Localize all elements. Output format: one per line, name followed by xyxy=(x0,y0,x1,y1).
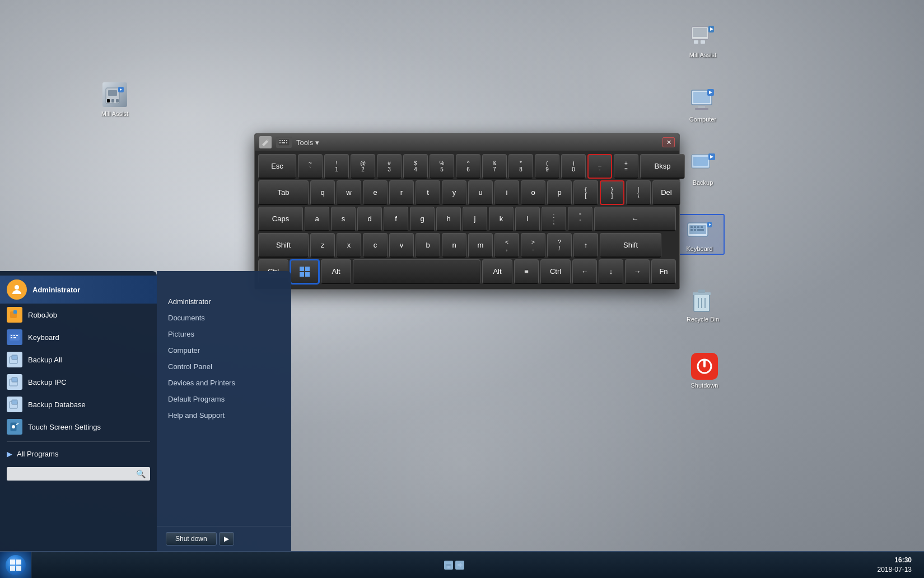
desktop-icon-computer[interactable]: Computer xyxy=(678,87,728,123)
key-8[interactable]: *8 xyxy=(508,154,533,179)
key-v[interactable]: v xyxy=(389,233,414,258)
key-fn[interactable]: Fn xyxy=(651,259,676,284)
key-r[interactable]: r xyxy=(389,180,414,205)
tray-icon-volume[interactable] xyxy=(455,561,464,570)
key-left[interactable]: ← xyxy=(572,259,597,284)
key-delete[interactable]: Del xyxy=(652,180,680,205)
svg-rect-48 xyxy=(13,335,15,336)
start-menu-all-programs[interactable]: ▶ All Programs xyxy=(0,445,157,463)
right-item-computer[interactable]: Computer xyxy=(157,342,291,358)
desktop-icon-recycle-bin[interactable]: Recycle Bin xyxy=(678,287,728,323)
key-ctrl-right[interactable]: Ctrl xyxy=(540,259,571,284)
key-alt-right[interactable]: Alt xyxy=(482,259,512,284)
key-c[interactable]: c xyxy=(363,233,388,258)
key-backtick[interactable]: ~` xyxy=(298,154,323,179)
right-item-control-panel[interactable]: Control Panel xyxy=(157,358,291,375)
key-9[interactable]: (9 xyxy=(535,154,559,179)
start-menu-item-touch-screen[interactable]: Touch Screen Settings xyxy=(0,416,157,438)
key-apostrophe[interactable]: "' xyxy=(568,207,592,231)
start-menu: Administrator RoboJob xyxy=(0,271,291,551)
search-input[interactable] xyxy=(7,467,150,481)
key-tab[interactable]: Tab xyxy=(258,180,309,205)
right-item-administrator[interactable]: Administrator xyxy=(157,293,291,310)
key-esc[interactable]: Esc xyxy=(258,154,296,179)
start-menu-item-keyboard[interactable]: Keyboard xyxy=(0,326,157,348)
key-6[interactable]: ^6 xyxy=(456,154,480,179)
start-menu-item-backup-database[interactable]: Backup Database xyxy=(0,393,157,416)
key-q[interactable]: q xyxy=(310,180,335,205)
key-s[interactable]: s xyxy=(331,207,356,231)
key-7[interactable]: &7 xyxy=(482,154,507,179)
desktop-icon-backup[interactable]: Backup xyxy=(678,150,728,187)
key-h[interactable]: h xyxy=(436,207,461,231)
key-up[interactable]: ↑ xyxy=(573,233,598,258)
start-menu-item-backup-all[interactable]: Backup All xyxy=(0,348,157,371)
osk-tools-dropdown[interactable]: Tools ▾ xyxy=(296,138,319,147)
key-menu[interactable]: ≡ xyxy=(514,259,539,284)
key-caps-lock[interactable]: Caps xyxy=(258,207,303,231)
key-w[interactable]: w xyxy=(337,180,361,205)
right-item-help-support[interactable]: Help and Support xyxy=(157,407,291,423)
right-item-documents[interactable]: Documents xyxy=(157,310,291,326)
key-minus[interactable]: _- xyxy=(587,154,612,179)
key-l[interactable]: l xyxy=(515,207,540,231)
key-u[interactable]: u xyxy=(468,180,493,205)
start-menu-item-backup-ipc[interactable]: Backup IPC xyxy=(0,371,157,393)
desktop-icon-mill-assist[interactable]: Mill Assist xyxy=(90,81,140,118)
key-1[interactable]: !1 xyxy=(324,154,349,179)
key-semicolon[interactable]: :; xyxy=(542,207,566,231)
key-o[interactable]: o xyxy=(521,180,545,205)
key-5[interactable]: %5 xyxy=(430,154,454,179)
key-e[interactable]: e xyxy=(363,180,388,205)
key-0[interactable]: )0 xyxy=(561,154,586,179)
key-right[interactable]: → xyxy=(625,259,650,284)
shutdown-arrow-button[interactable]: ▶ xyxy=(219,532,234,546)
key-alt-left[interactable]: Alt xyxy=(321,259,351,284)
key-shift-left[interactable]: Shift xyxy=(258,233,309,258)
key-lbracket[interactable]: {[ xyxy=(573,180,598,205)
key-equals[interactable]: += xyxy=(614,154,638,179)
right-item-devices-printers[interactable]: Devices and Printers xyxy=(157,375,291,391)
key-enter[interactable]: ← xyxy=(594,207,676,231)
key-period[interactable]: >. xyxy=(521,233,545,258)
right-item-pictures[interactable]: Pictures xyxy=(157,326,291,342)
desktop-icon-keyboard[interactable]: Keyboard xyxy=(674,214,725,255)
key-comma[interactable]: <, xyxy=(494,233,519,258)
key-n[interactable]: n xyxy=(442,233,466,258)
osk-pen-icon[interactable] xyxy=(259,136,272,148)
key-b[interactable]: b xyxy=(416,233,440,258)
key-f[interactable]: f xyxy=(384,207,408,231)
right-item-default-programs[interactable]: Default Programs xyxy=(157,391,291,407)
key-k[interactable]: k xyxy=(489,207,514,231)
key-slash[interactable]: ?/ xyxy=(547,233,572,258)
key-down[interactable]: ↓ xyxy=(599,259,623,284)
tray-icon-network[interactable] xyxy=(444,561,453,570)
osk-keyboard-icon[interactable] xyxy=(276,137,292,148)
key-shift-right[interactable]: Shift xyxy=(600,233,661,258)
desktop-icon-shutdown[interactable]: Shutdown xyxy=(679,353,730,389)
key-y[interactable]: y xyxy=(442,180,466,205)
shutdown-button[interactable]: Shut down xyxy=(166,532,217,546)
key-3[interactable]: #3 xyxy=(377,154,402,179)
key-d[interactable]: d xyxy=(357,207,382,231)
key-i[interactable]: i xyxy=(494,180,519,205)
key-space[interactable] xyxy=(353,259,480,284)
osk-close-button[interactable]: ✕ xyxy=(662,137,675,147)
key-x[interactable]: x xyxy=(337,233,361,258)
start-button[interactable] xyxy=(0,552,31,579)
key-a[interactable]: a xyxy=(305,207,329,231)
desktop-icon-usb[interactable]: Mill Assist xyxy=(678,22,728,59)
key-m[interactable]: m xyxy=(468,233,493,258)
key-t[interactable]: t xyxy=(416,180,440,205)
key-2[interactable]: @2 xyxy=(351,154,375,179)
key-backslash[interactable]: |\ xyxy=(626,180,651,205)
key-windows[interactable] xyxy=(290,259,319,284)
key-backspace[interactable]: Bksp xyxy=(640,154,685,179)
key-g[interactable]: g xyxy=(410,207,435,231)
start-menu-item-robojob[interactable]: RoboJob xyxy=(0,304,157,326)
key-p[interactable]: p xyxy=(547,180,572,205)
key-4[interactable]: $4 xyxy=(403,154,428,179)
key-z[interactable]: z xyxy=(310,233,335,258)
key-rbracket[interactable]: }] xyxy=(600,180,624,205)
key-j[interactable]: j xyxy=(463,207,487,231)
